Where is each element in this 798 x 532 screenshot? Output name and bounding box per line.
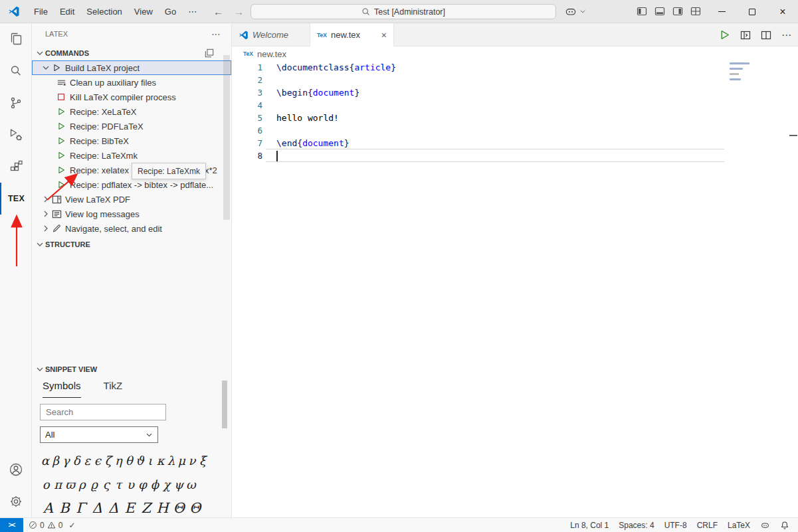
symbol-button[interactable]: ζ (103, 454, 114, 468)
symbol-button[interactable]: E (122, 500, 138, 516)
forward-button[interactable]: → (234, 6, 244, 17)
symbol-button[interactable]: ϕ (149, 478, 161, 491)
symbol-button[interactable]: ς (100, 478, 112, 491)
symbol-button[interactable]: ϖ (64, 478, 76, 491)
account-icon[interactable] (0, 454, 31, 486)
symbol-button[interactable]: Δ (105, 500, 122, 516)
customize-layout-button[interactable] (690, 6, 701, 17)
symbol-button[interactable]: ε (82, 454, 92, 468)
back-button[interactable]: ← (213, 6, 223, 17)
menu-view[interactable]: View (128, 4, 159, 19)
sidebar-more-actions-button[interactable]: ⋯ (211, 29, 221, 39)
tree-item-recipe-xelatex[interactable]: Recipe: XeLaTeX (32, 104, 231, 119)
symbol-button[interactable]: μ (176, 454, 187, 468)
tab-new-tex[interactable]: TeX new.tex × (310, 23, 394, 46)
symbol-button[interactable]: η (114, 454, 124, 468)
maximize-button[interactable] (737, 0, 767, 23)
minimize-button[interactable] (706, 0, 737, 23)
symbol-button[interactable]: Γ (72, 500, 89, 516)
symbol-button[interactable]: θ (124, 454, 134, 468)
problems-status[interactable]: 0 0 (29, 521, 62, 530)
structure-section-header[interactable]: STRUCTURE (32, 237, 231, 252)
sidebar-scrollbar[interactable] (223, 55, 230, 220)
tree-item-clean-aux-files[interactable]: Clean up auxiliary files (32, 75, 231, 90)
tree-item-recipe-pdflatex[interactable]: Recipe: PDFLaTeX (32, 119, 231, 133)
symbol-button[interactable]: α (40, 454, 50, 468)
symbol-button[interactable]: τ (112, 478, 124, 491)
menu-selection[interactable]: Selection (80, 4, 128, 19)
encoding[interactable]: UTF-8 (664, 521, 687, 530)
tree-item-kill-compiler[interactable]: Kill LaTeX compiler process (32, 90, 231, 104)
symbol-button[interactable]: ϱ (88, 478, 100, 491)
symbol-category-select[interactable]: All (40, 426, 158, 443)
menu-file[interactable]: File (28, 4, 54, 19)
copilot-menu-button[interactable] (564, 5, 586, 18)
symbol-button[interactable]: ψ (173, 478, 185, 491)
symbol-button[interactable]: ο (40, 478, 52, 491)
notifications-bell-icon[interactable] (780, 521, 789, 530)
open-preview-button[interactable] (740, 30, 751, 41)
cursor-position[interactable]: Ln 8, Col 1 (570, 521, 609, 530)
tree-item-view-log-messages[interactable]: View log messages (32, 207, 231, 221)
symbol-button[interactable]: π (52, 478, 64, 491)
symbol-button[interactable]: υ (124, 478, 136, 491)
toggle-panel-button[interactable] (654, 6, 665, 17)
symbol-button[interactable]: Θ (171, 500, 187, 516)
explorer-icon[interactable] (0, 23, 31, 55)
run-debug-icon[interactable] (0, 119, 31, 151)
toggle-primary-sidebar-button[interactable] (637, 6, 647, 17)
menu-edit[interactable]: Edit (54, 4, 80, 19)
code-editor[interactable]: 1 \documentclass{article} 2 3 \begin{doc… (232, 61, 726, 517)
symbol-button[interactable]: ξ (197, 454, 208, 468)
symbol-button[interactable]: Z (138, 500, 155, 516)
tab-tikz[interactable]: TikZ (104, 380, 123, 399)
tab-welcome[interactable]: Welcome (232, 23, 310, 46)
search-view-icon[interactable] (0, 55, 31, 87)
symbol-button[interactable]: ϵ (92, 454, 103, 468)
build-status-check[interactable]: ✓ (68, 521, 75, 530)
close-tab-icon[interactable]: × (381, 30, 387, 41)
tree-item-recipe-bibtex[interactable]: Recipe: BibTeX (32, 133, 231, 148)
symbol-button[interactable]: Θ (187, 500, 203, 516)
symbol-button[interactable]: δ (71, 454, 82, 468)
remote-indicator[interactable]: >< (0, 518, 23, 532)
tree-item-view-latex-pdf[interactable]: View LaTeX PDF (32, 192, 231, 207)
symbol-button[interactable]: β (50, 454, 61, 468)
eol-sequence[interactable]: CRLF (697, 521, 718, 530)
symbol-search-input[interactable] (40, 404, 166, 420)
build-run-button[interactable] (719, 29, 730, 41)
symbol-button[interactable]: A (40, 500, 56, 516)
settings-gear-icon[interactable] (0, 486, 31, 517)
minimap[interactable] (726, 61, 798, 207)
tree-item-recipe-pdflatex-bibtex-pdflatex[interactable]: Recipe: pdflatex -> bibtex -> pdflate... (32, 177, 231, 192)
language-mode[interactable]: LaTeX (728, 521, 750, 530)
symbol-button[interactable]: ι (145, 454, 155, 468)
symbol-button[interactable]: ω (185, 478, 197, 491)
symbol-button[interactable]: χ (161, 478, 173, 491)
symbol-button[interactable]: Δ (89, 500, 106, 516)
latex-workshop-icon[interactable]: TEX (0, 183, 31, 215)
indentation[interactable]: Spaces: 4 (619, 521, 654, 530)
symbol-button[interactable]: ν (187, 454, 197, 468)
symbol-button[interactable]: φ (137, 478, 149, 491)
symbol-button[interactable]: B (56, 500, 73, 516)
symbol-button[interactable]: ρ (76, 478, 88, 491)
close-window-button[interactable]: × (767, 0, 798, 23)
breadcrumb-file[interactable]: new.tex (257, 49, 286, 59)
menu-go[interactable]: Go (159, 4, 182, 19)
command-center-search[interactable]: Test [Administrator] (250, 4, 556, 19)
tab-symbols[interactable]: Symbols (43, 380, 81, 398)
symbol-button[interactable]: κ (155, 454, 166, 468)
source-control-icon[interactable] (0, 87, 31, 119)
split-editor-button[interactable] (761, 30, 771, 41)
tree-item-navigate-select-edit[interactable]: Navigate, select, and edit (32, 221, 231, 236)
commands-section-action-icon[interactable] (205, 48, 214, 58)
symbol-button[interactable]: H (154, 500, 171, 516)
menu-more[interactable]: ⋯ (182, 4, 203, 19)
snippet-scrollbar[interactable] (222, 381, 227, 428)
extensions-icon[interactable] (0, 151, 31, 183)
tree-item-recipe-latexmk[interactable]: Recipe: LaTeXmk (32, 148, 231, 163)
symbol-button[interactable]: γ (61, 454, 72, 468)
snippet-view-header[interactable]: SNIPPET VIEW (32, 362, 231, 377)
commands-section-header[interactable]: COMMANDS (32, 46, 231, 60)
